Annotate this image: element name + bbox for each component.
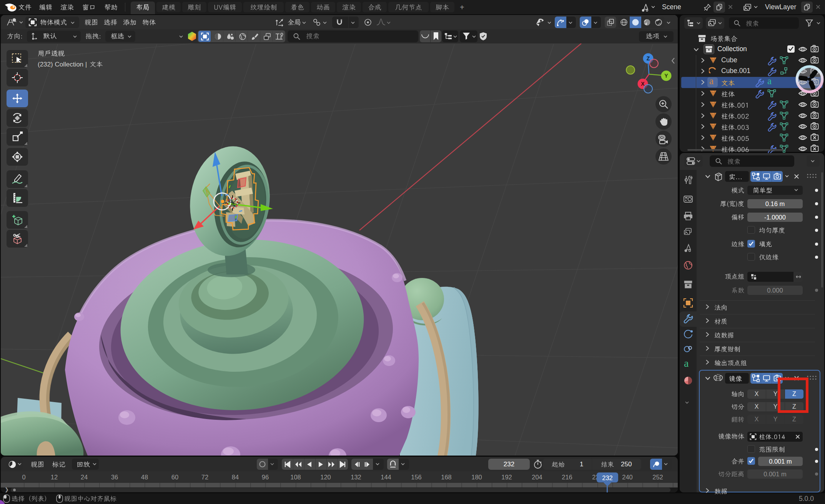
svg-text:Y: Y (664, 73, 668, 79)
svg-text:Z: Z (647, 55, 650, 62)
svg-text:X: X (641, 81, 645, 87)
